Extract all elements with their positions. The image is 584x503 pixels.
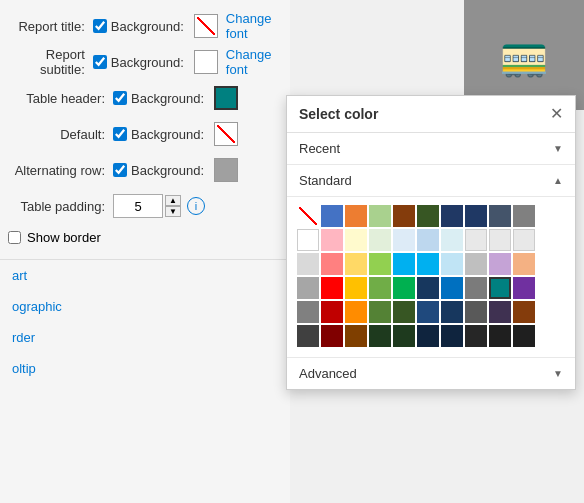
color-cell[interactable] [369, 229, 391, 251]
color-cell[interactable] [345, 301, 367, 323]
alternating-swatch[interactable] [214, 158, 238, 182]
report-subtitle-label: Report subtitle: [8, 47, 93, 77]
color-cell[interactable] [465, 229, 487, 251]
color-cell[interactable] [417, 277, 439, 299]
spinner-up[interactable]: ▲ [165, 195, 181, 206]
advanced-toggle-icon: ▼ [553, 368, 563, 379]
color-grid-container [287, 197, 575, 357]
report-title-swatch[interactable] [194, 14, 218, 38]
padding-input[interactable] [113, 194, 163, 218]
color-cell[interactable] [513, 277, 535, 299]
color-cell[interactable] [345, 229, 367, 251]
report-subtitle-font-link[interactable]: Change font [226, 47, 282, 77]
color-cell[interactable] [417, 229, 439, 251]
alternating-checkbox[interactable] [113, 163, 127, 177]
color-cell[interactable] [345, 253, 367, 275]
color-cell[interactable] [489, 253, 511, 275]
color-cell[interactable] [321, 205, 343, 227]
color-cell[interactable] [513, 205, 535, 227]
color-row-5 [297, 301, 565, 323]
color-row-3 [297, 253, 565, 275]
color-cell[interactable] [321, 325, 343, 347]
color-cell[interactable] [369, 301, 391, 323]
color-cell[interactable] [513, 229, 535, 251]
report-subtitle-row: Report subtitle: Background: Change font [0, 44, 290, 80]
report-title-bg-label: Background: [111, 19, 184, 34]
report-title-checkbox[interactable] [93, 19, 107, 33]
report-subtitle-swatch[interactable] [194, 50, 218, 74]
color-cell[interactable] [465, 253, 487, 275]
table-header-swatch[interactable] [214, 86, 238, 110]
train-icon: 🚃 [499, 32, 549, 79]
color-cell[interactable] [297, 277, 319, 299]
report-subtitle-checkbox[interactable] [93, 55, 107, 69]
color-cell[interactable] [369, 253, 391, 275]
advanced-section-header[interactable]: Advanced ▼ [287, 357, 575, 389]
show-border-checkbox[interactable] [8, 231, 21, 244]
color-cell[interactable] [417, 301, 439, 323]
popup-title: Select color [299, 106, 378, 122]
color-cell[interactable] [345, 277, 367, 299]
color-cell[interactable] [345, 325, 367, 347]
nav-item-ographic[interactable]: ographic [0, 291, 290, 322]
color-cell[interactable] [297, 301, 319, 323]
color-cell[interactable] [393, 325, 415, 347]
color-cell[interactable] [465, 325, 487, 347]
color-cell[interactable] [345, 205, 367, 227]
table-header-checkbox[interactable] [113, 91, 127, 105]
color-cell[interactable] [417, 325, 439, 347]
color-cell[interactable] [489, 325, 511, 347]
color-cell[interactable] [369, 325, 391, 347]
color-cell[interactable] [441, 277, 463, 299]
color-cell[interactable] [465, 277, 487, 299]
show-border-row: Show border [0, 224, 290, 251]
nav-item-art[interactable]: art [0, 260, 290, 291]
info-icon[interactable]: i [187, 197, 205, 215]
table-padding-label: Table padding: [8, 199, 113, 214]
color-cell[interactable] [417, 253, 439, 275]
color-cell[interactable] [393, 205, 415, 227]
color-cell[interactable] [489, 229, 511, 251]
color-no-color[interactable] [297, 205, 319, 227]
alternating-label: Alternating row: [8, 163, 113, 178]
color-cell[interactable] [321, 301, 343, 323]
color-cell[interactable] [393, 301, 415, 323]
color-cell[interactable] [441, 301, 463, 323]
nav-item-rder[interactable]: rder [0, 322, 290, 353]
default-swatch[interactable] [214, 122, 238, 146]
popup-close-button[interactable]: ✕ [550, 106, 563, 122]
color-cell[interactable] [297, 253, 319, 275]
color-cell[interactable] [393, 253, 415, 275]
color-cell[interactable] [441, 205, 463, 227]
alternating-bg-label: Background: [131, 163, 204, 178]
color-cell[interactable] [417, 205, 439, 227]
color-cell[interactable] [393, 229, 415, 251]
color-cell[interactable] [369, 277, 391, 299]
report-title-font-link[interactable]: Change font [226, 11, 282, 41]
color-cell[interactable] [513, 253, 535, 275]
color-cell[interactable] [489, 301, 511, 323]
color-cell[interactable] [441, 253, 463, 275]
report-title-label: Report title: [8, 19, 93, 34]
color-cell[interactable] [513, 301, 535, 323]
default-checkbox[interactable] [113, 127, 127, 141]
recent-section-header[interactable]: Recent ▼ [287, 133, 575, 165]
color-cell[interactable] [465, 301, 487, 323]
color-cell[interactable] [321, 253, 343, 275]
color-cell[interactable] [441, 325, 463, 347]
color-cell[interactable] [393, 277, 415, 299]
color-cell[interactable] [441, 229, 463, 251]
color-row-1 [297, 205, 565, 227]
nav-item-oltip[interactable]: oltip [0, 353, 290, 384]
color-cell[interactable] [513, 325, 535, 347]
spinner-down[interactable]: ▼ [165, 206, 181, 217]
color-cell[interactable] [297, 325, 319, 347]
color-cell[interactable] [489, 205, 511, 227]
color-cell[interactable] [369, 205, 391, 227]
color-cell[interactable] [297, 229, 319, 251]
color-cell[interactable] [465, 205, 487, 227]
color-cell[interactable] [321, 277, 343, 299]
color-cell-selected[interactable] [489, 277, 511, 299]
standard-section-header[interactable]: Standard ▲ [287, 165, 575, 197]
color-cell[interactable] [321, 229, 343, 251]
